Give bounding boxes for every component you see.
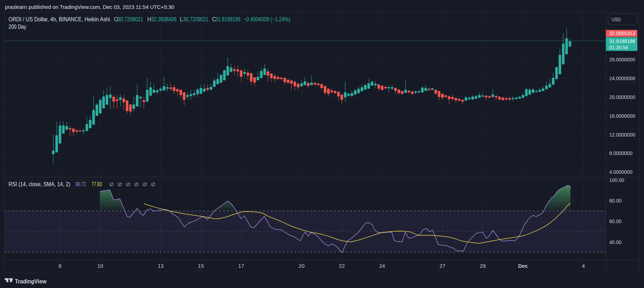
svg-text:22: 22 bbox=[339, 263, 345, 269]
svg-text:8: 8 bbox=[59, 263, 61, 269]
svg-text:TradingView: TradingView bbox=[15, 278, 47, 284]
svg-text:10: 10 bbox=[97, 263, 103, 269]
svg-text:17: 17 bbox=[238, 263, 244, 269]
svg-text:12.0000000: 12.0000000 bbox=[609, 132, 635, 138]
svg-text:27: 27 bbox=[440, 263, 446, 269]
svg-text:13: 13 bbox=[158, 263, 164, 269]
svg-text:15: 15 bbox=[198, 263, 204, 269]
svg-text:24.0000000: 24.0000000 bbox=[609, 75, 635, 81]
svg-text:RSI (14, close, SMA, 14, 2): RSI (14, close, SMA, 14, 2) bbox=[9, 181, 70, 187]
svg-text:32.3938406: 32.3938406 bbox=[152, 16, 177, 22]
svg-text:30.7209021: 30.7209021 bbox=[183, 16, 208, 22]
svg-text:31.9188186: 31.9188186 bbox=[215, 16, 241, 22]
svg-text:20.0000000: 20.0000000 bbox=[609, 94, 635, 100]
svg-text:29: 29 bbox=[480, 263, 486, 269]
svg-text:40.00: 40.00 bbox=[609, 239, 622, 245]
svg-text:32.0665313: 32.0665313 bbox=[609, 30, 635, 36]
svg-text:4: 4 bbox=[582, 263, 585, 269]
svg-text:4.0000000: 4.0000000 bbox=[609, 169, 632, 175]
svg-text:L: L bbox=[180, 16, 183, 22]
svg-text:H: H bbox=[147, 16, 152, 22]
svg-text:ORDI / US Dollar, 4h, BINANCE,: ORDI / US Dollar, 4h, BINANCE, Heikin As… bbox=[9, 16, 110, 22]
svg-text:60.00: 60.00 bbox=[609, 218, 622, 224]
svg-text:praslearn published on Trading: praslearn published on TradingView.com, … bbox=[5, 4, 174, 10]
svg-text:80.00: 80.00 bbox=[609, 198, 622, 204]
svg-text:28.0000000: 28.0000000 bbox=[609, 56, 635, 62]
svg-text:USD: USD bbox=[612, 16, 621, 22]
svg-text:200 Day: 200 Day bbox=[9, 24, 26, 30]
svg-text:20: 20 bbox=[299, 263, 305, 269]
svg-text:90.72: 90.72 bbox=[76, 181, 86, 187]
svg-text:30.7209021: 30.7209021 bbox=[118, 16, 143, 22]
svg-text:16.0000000: 16.0000000 bbox=[609, 113, 635, 119]
svg-text:31.9188186: 31.9188186 bbox=[609, 38, 635, 44]
svg-text:8.0000000: 8.0000000 bbox=[609, 150, 632, 156]
svg-text:100.00: 100.00 bbox=[609, 177, 624, 183]
svg-text:Dec: Dec bbox=[518, 263, 528, 269]
svg-text:24: 24 bbox=[379, 263, 385, 269]
svg-text:01:35:56: 01:35:56 bbox=[609, 44, 628, 50]
svg-text:77.83: 77.83 bbox=[92, 181, 102, 187]
svg-text:−0.4004009 (−1.24%): −0.4004009 (−1.24%) bbox=[243, 16, 291, 22]
